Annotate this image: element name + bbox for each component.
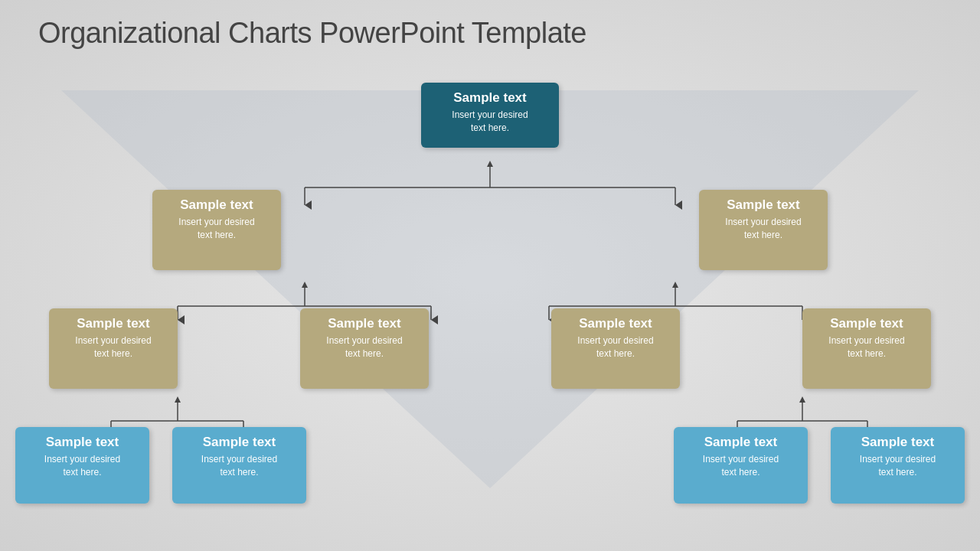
box-l31-title: Sample text xyxy=(26,435,139,450)
row-level2: Sample text Insert your desiredtext here… xyxy=(0,308,980,389)
box-l32-title: Sample text xyxy=(183,435,296,450)
box-l1r-title: Sample text xyxy=(710,197,817,213)
row-root: Sample text Insert your desiredtext here… xyxy=(0,83,980,148)
org-chart: Sample text Insert your desiredtext here… xyxy=(0,83,980,504)
box-l34-subtitle: Insert your desiredtext here. xyxy=(841,453,954,479)
box-l24-title: Sample text xyxy=(813,316,920,331)
box-l34-title: Sample text xyxy=(841,435,954,450)
box-level2-2[interactable]: Sample text Insert your desiredtext here… xyxy=(300,308,429,389)
box-l22-subtitle: Insert your desiredtext here. xyxy=(311,334,418,360)
box-l21-subtitle: Insert your desiredtext here. xyxy=(60,334,167,360)
box-l22-title: Sample text xyxy=(311,316,418,331)
box-root-title: Sample text xyxy=(432,90,548,106)
box-level2-3[interactable]: Sample text Insert your desiredtext here… xyxy=(551,308,680,389)
box-level1-left[interactable]: Sample text Insert your desiredtext here… xyxy=(152,190,281,270)
box-root-subtitle: Insert your desiredtext here. xyxy=(432,109,548,135)
box-level1-right[interactable]: Sample text Insert your desiredtext here… xyxy=(699,190,828,270)
box-l21-title: Sample text xyxy=(60,316,167,331)
box-level3-1[interactable]: Sample text Insert your desiredtext here… xyxy=(15,427,149,504)
box-level2-1[interactable]: Sample text Insert your desiredtext here… xyxy=(49,308,178,389)
box-l1l-subtitle: Insert your desiredtext here. xyxy=(163,216,270,242)
box-level3-3[interactable]: Sample text Insert your desiredtext here… xyxy=(674,427,808,504)
box-l1l-title: Sample text xyxy=(163,197,270,213)
box-level3-2[interactable]: Sample text Insert your desiredtext here… xyxy=(172,427,306,504)
box-l33-subtitle: Insert your desiredtext here. xyxy=(684,453,797,479)
row-level1: Sample text Insert your desiredtext here… xyxy=(0,190,980,270)
page-title: Organizational Charts PowerPoint Templat… xyxy=(38,17,586,50)
row-level3: Sample text Insert your desiredtext here… xyxy=(0,427,980,504)
box-root[interactable]: Sample text Insert your desiredtext here… xyxy=(421,83,559,148)
box-l23-title: Sample text xyxy=(562,316,669,331)
box-l33-title: Sample text xyxy=(684,435,797,450)
box-l23-subtitle: Insert your desiredtext here. xyxy=(562,334,669,360)
box-l1r-subtitle: Insert your desiredtext here. xyxy=(710,216,817,242)
box-level2-4[interactable]: Sample text Insert your desiredtext here… xyxy=(802,308,931,389)
box-l24-subtitle: Insert your desiredtext here. xyxy=(813,334,920,360)
box-l31-subtitle: Insert your desiredtext here. xyxy=(26,453,139,479)
box-l32-subtitle: Insert your desiredtext here. xyxy=(183,453,296,479)
box-level3-4[interactable]: Sample text Insert your desiredtext here… xyxy=(831,427,965,504)
